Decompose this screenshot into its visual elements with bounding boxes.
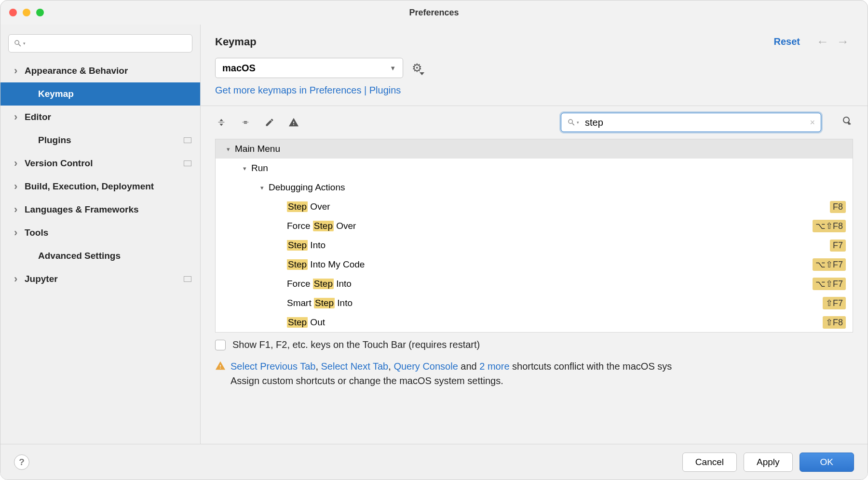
more-keymaps-link[interactable]: Get more keymaps in Preferences | Plugin… — [201, 78, 868, 106]
tree-action-label: Force Step Over — [287, 221, 813, 231]
shortcut-badge: F7 — [830, 240, 846, 252]
sidebar-item-build-execution-deployment[interactable]: ›Build, Execution, Deployment — [0, 175, 200, 198]
project-badge-icon — [184, 276, 191, 282]
sidebar-item-label: Jupyter — [25, 274, 58, 284]
tree-action-label: Step Out — [287, 317, 823, 328]
sidebar-search-input[interactable] — [29, 40, 187, 48]
clear-search-icon[interactable]: × — [810, 118, 815, 128]
find-by-shortcut-icon[interactable] — [841, 115, 853, 130]
search-dropdown-caret-icon[interactable]: ▾ — [23, 41, 26, 46]
keymap-selected-value: macOS — [222, 63, 256, 74]
conflict-link[interactable]: Query Console — [393, 361, 458, 372]
project-badge-icon — [184, 160, 191, 166]
search-dropdown-caret-icon[interactable]: ▾ — [577, 120, 579, 125]
conflict-link[interactable]: 2 more — [479, 361, 509, 372]
preferences-window: Preferences ▾ ›Appearance & BehaviorKeym… — [0, 0, 868, 480]
tree-action-label: Smart Step Into — [287, 298, 823, 308]
content-body: ▾ ›Appearance & BehaviorKeymap›EditorPlu… — [0, 25, 868, 444]
shortcut-badge: ⌥⇧F8 — [813, 220, 846, 232]
sidebar-item-editor[interactable]: ›Editor — [0, 106, 200, 129]
tree-group[interactable]: ▾Debugging Actions — [216, 178, 853, 197]
tree-action[interactable]: Smart Step Into⇧F7 — [216, 293, 853, 313]
expand-all-icon[interactable] — [215, 116, 228, 129]
apply-button[interactable]: Apply — [744, 453, 793, 472]
tree-group-label: Debugging Actions — [269, 182, 846, 193]
sidebar-item-jupyter[interactable]: ›Jupyter — [0, 267, 200, 291]
edit-icon[interactable] — [263, 116, 276, 129]
main-header: Keymap Reset ← → — [201, 25, 868, 58]
tree-action[interactable]: Force Step Into⌥⇧F7 — [216, 274, 853, 293]
minimize-icon[interactable] — [23, 9, 30, 16]
shortcut-badge: ⌥⇧F7 — [813, 278, 846, 290]
shortcut-badge: ⇧F8 — [823, 316, 846, 329]
cancel-button[interactable]: Cancel — [682, 453, 737, 472]
tree-action[interactable]: Force Step Over⌥⇧F8 — [216, 216, 853, 236]
tree-action[interactable]: Step OverF8 — [216, 197, 853, 216]
sidebar-item-label: Languages & Frameworks — [25, 204, 139, 215]
shortcut-badge: ⌥⇧F7 — [813, 258, 846, 271]
tree-action[interactable]: Step Into My Code⌥⇧F7 — [216, 255, 853, 274]
maximize-icon[interactable] — [36, 9, 44, 16]
gear-icon[interactable]: ⚙ — [412, 61, 422, 75]
touchbar-checkbox[interactable] — [215, 340, 226, 350]
keymap-scheme-select[interactable]: macOS ▼ — [215, 58, 403, 78]
back-arrow-icon[interactable]: ← — [816, 34, 829, 49]
action-search[interactable]: ▾ × — [561, 113, 821, 132]
shortcut-badge: ⇧F7 — [823, 297, 846, 309]
chevron-down-icon: ▼ — [390, 65, 396, 72]
collapse-all-icon[interactable] — [239, 116, 252, 129]
conflict-link[interactable]: Select Next Tab — [321, 361, 389, 372]
tree-action-label: Force Step Into — [287, 279, 813, 289]
forward-arrow-icon[interactable]: → — [837, 34, 849, 49]
tree-group-label: Run — [251, 163, 846, 173]
sidebar-item-plugins[interactable]: Plugins — [0, 129, 200, 152]
chevron-down-icon[interactable]: ▾ — [238, 165, 251, 172]
sidebar-item-label: Version Control — [25, 158, 93, 169]
sidebar-item-label: Plugins — [38, 135, 71, 146]
sidebar-search[interactable]: ▾ — [8, 34, 192, 53]
chevron-right-icon: › — [14, 180, 25, 193]
sidebar-item-keymap[interactable]: Keymap — [0, 82, 200, 106]
titlebar: Preferences — [0, 0, 868, 25]
search-icon — [14, 39, 22, 48]
page-title: Keymap — [215, 36, 257, 48]
conflict-link[interactable]: Select Previous Tab — [231, 361, 315, 372]
action-search-input[interactable] — [585, 117, 810, 128]
main-panel: Keymap Reset ← → macOS ▼ ⚙ Get more keym… — [201, 25, 868, 444]
chevron-right-icon: › — [14, 273, 25, 285]
warning-icon[interactable] — [287, 116, 300, 129]
sidebar-item-languages-frameworks[interactable]: ›Languages & Frameworks — [0, 198, 200, 221]
search-icon — [567, 118, 576, 127]
tree-group[interactable]: ▾Run — [216, 159, 853, 178]
chevron-down-icon[interactable]: ▾ — [221, 146, 235, 153]
project-badge-icon — [184, 137, 191, 143]
tree-action[interactable]: Step IntoF7 — [216, 236, 853, 255]
chevron-right-icon: › — [14, 203, 25, 216]
touchbar-checkbox-label: Show F1, F2, etc. keys on the Touch Bar … — [232, 339, 480, 350]
reset-button[interactable]: Reset — [774, 36, 800, 47]
tree-group[interactable]: ▾Main Menu — [216, 139, 853, 159]
tree-group-label: Main Menu — [235, 144, 846, 154]
tree-action[interactable]: Step Out⇧F8 — [216, 313, 853, 332]
warning-triangle-icon — [215, 360, 226, 375]
sidebar-item-label: Editor — [25, 112, 51, 122]
close-icon[interactable] — [9, 9, 17, 16]
sidebar-item-appearance-behavior[interactable]: ›Appearance & Behavior — [0, 59, 200, 82]
ok-button[interactable]: OK — [800, 453, 854, 472]
action-tree[interactable]: ▾Main Menu▾Run▾Debugging ActionsStep Ove… — [215, 139, 853, 333]
tree-action-label: Step Over — [287, 201, 830, 212]
actions-toolbar: ▾ × — [201, 106, 868, 139]
sidebar-item-advanced-settings[interactable]: Advanced Settings — [0, 244, 200, 267]
chevron-right-icon: › — [14, 111, 25, 123]
sidebar-item-tools[interactable]: ›Tools — [0, 221, 200, 244]
sidebar-item-version-control[interactable]: ›Version Control — [0, 152, 200, 175]
sidebar-item-label: Appearance & Behavior — [25, 66, 128, 76]
chevron-right-icon: › — [14, 157, 25, 170]
keymap-select-row: macOS ▼ ⚙ — [201, 58, 868, 78]
help-button[interactable]: ? — [14, 454, 29, 470]
chevron-down-icon[interactable]: ▾ — [255, 184, 269, 191]
tree-action-label: Step Into My Code — [287, 259, 813, 270]
sidebar-item-label: Tools — [25, 227, 48, 238]
shortcut-conflict-warning: Select Previous Tab, Select Next Tab, Qu… — [201, 357, 868, 396]
touchbar-checkbox-row: Show F1, F2, etc. keys on the Touch Bar … — [201, 333, 868, 357]
